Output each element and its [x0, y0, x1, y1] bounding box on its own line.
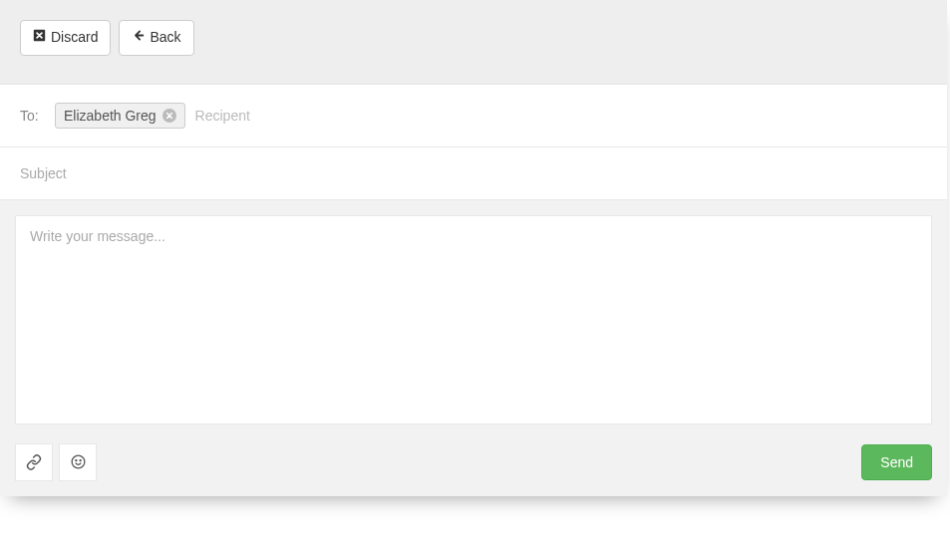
message-body-textarea[interactable] [15, 215, 932, 424]
compose-toolbar: Discard Back [0, 0, 947, 85]
svg-point-2 [75, 460, 76, 461]
send-button[interactable]: Send [861, 444, 932, 480]
svg-point-1 [72, 456, 85, 469]
discard-icon [33, 28, 46, 48]
arrow-left-icon [132, 28, 145, 48]
svg-point-3 [80, 460, 81, 461]
body-wrap [0, 200, 947, 443]
recipient-chip-name: Elizabeth Greg [64, 108, 157, 124]
remove-chip-icon[interactable] [162, 109, 176, 123]
attach-link-button[interactable] [15, 443, 53, 481]
subject-input[interactable] [0, 147, 947, 200]
smile-icon [70, 453, 87, 470]
discard-label: Discard [51, 28, 98, 48]
emoji-button[interactable] [59, 443, 97, 481]
recipient-input[interactable] [195, 108, 927, 124]
discard-button[interactable]: Discard [20, 20, 111, 56]
back-label: Back [150, 28, 180, 48]
compose-footer: Send [0, 443, 947, 496]
recipients-label: To: [20, 108, 45, 124]
footer-tools [15, 443, 97, 481]
recipients-row: To: Elizabeth Greg [0, 85, 947, 147]
compose-panel: Discard Back To: Elizabeth Greg [0, 0, 947, 496]
link-icon [26, 454, 42, 470]
back-button[interactable]: Back [119, 20, 193, 56]
recipient-chip[interactable]: Elizabeth Greg [55, 103, 185, 129]
